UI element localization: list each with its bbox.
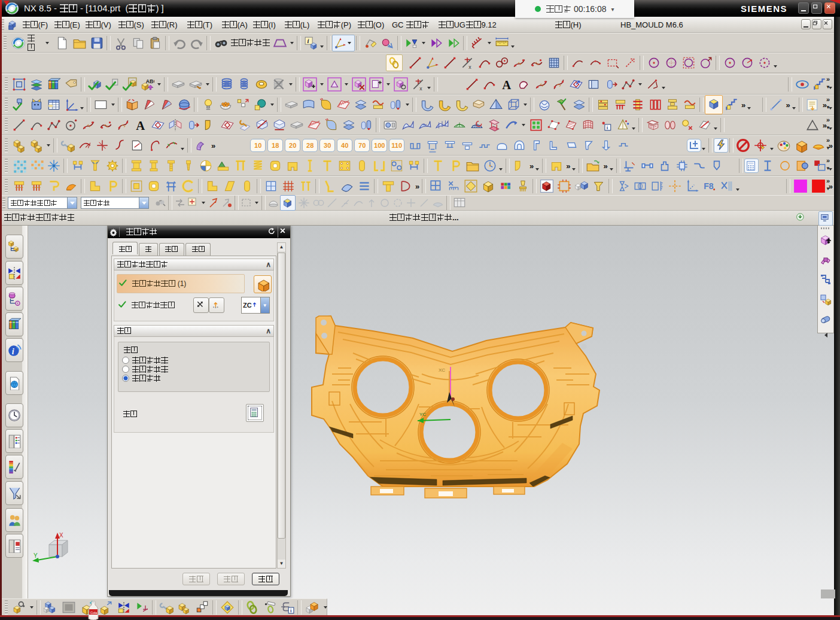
- svg-text:x: x: [468, 64, 471, 70]
- svg-text:F8: F8: [704, 181, 714, 191]
- svg-text:Cola: Cola: [90, 611, 98, 615]
- svg-text:i: i: [307, 37, 309, 44]
- svg-text:XC: XC: [439, 367, 445, 373]
- svg-text:YC: YC: [419, 412, 426, 417]
- svg-text:x: x: [419, 86, 422, 92]
- svg-text:A: A: [136, 119, 145, 132]
- svg-text:A: A: [502, 78, 511, 92]
- svg-text:ABC: ABC: [145, 78, 154, 84]
- svg-text:X: X: [59, 532, 63, 539]
- svg-text:Y: Y: [34, 552, 38, 559]
- svg-text:i: i: [12, 347, 14, 356]
